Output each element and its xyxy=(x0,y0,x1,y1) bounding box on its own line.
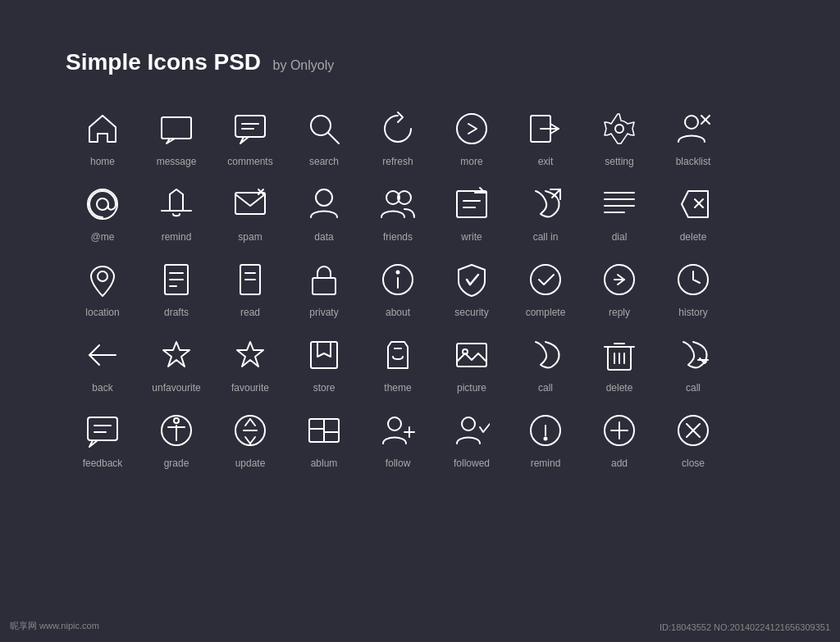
svg-point-88 xyxy=(545,438,547,440)
icon-friends: friends xyxy=(361,184,435,243)
icon-privacy: privaty xyxy=(287,259,361,318)
svg-line-79 xyxy=(250,437,255,444)
svg-rect-23 xyxy=(457,191,486,217)
icon-security: security xyxy=(435,259,509,318)
svg-point-6 xyxy=(457,114,486,143)
svg-marker-54 xyxy=(163,342,189,367)
svg-line-77 xyxy=(250,419,255,426)
svg-line-5 xyxy=(328,133,339,143)
icon-unfavourite: unfavourite xyxy=(139,335,213,394)
svg-rect-1 xyxy=(235,116,265,137)
svg-point-85 xyxy=(462,417,475,430)
main-title: Simple Icons PSD xyxy=(66,49,261,75)
icon-search: search xyxy=(287,108,361,167)
icon-store: store xyxy=(287,335,361,394)
icon-delete-trash: delete xyxy=(582,335,656,394)
icon-spam: spam xyxy=(213,184,287,243)
svg-point-71 xyxy=(174,418,179,423)
svg-point-82 xyxy=(388,417,401,430)
svg-point-49 xyxy=(531,265,560,294)
icon-setting: setting xyxy=(582,108,656,167)
icon-grade: grade xyxy=(139,410,213,469)
icon-write: write xyxy=(435,184,509,243)
svg-rect-17 xyxy=(235,193,265,214)
svg-rect-67 xyxy=(88,417,117,440)
icon-delete-key: delete xyxy=(656,184,730,243)
icon-theme: theme xyxy=(361,335,435,394)
icon-followed: followed xyxy=(435,410,509,469)
title-area: Simple Icons PSD by Onlyoly xyxy=(66,49,334,75)
svg-point-35 xyxy=(98,271,107,281)
sub-title: by Onlyoly xyxy=(273,58,335,72)
icon-call-in: call in xyxy=(509,184,582,243)
icon-close: close xyxy=(656,410,730,469)
svg-line-78 xyxy=(245,437,250,444)
icon-remind2: remind xyxy=(509,410,582,469)
icon-data: data xyxy=(287,184,361,243)
icon-refresh: refresh xyxy=(361,108,435,167)
icon-feedback: feedback xyxy=(66,410,139,469)
svg-rect-56 xyxy=(311,342,337,368)
svg-point-13 xyxy=(88,189,117,219)
svg-point-59 xyxy=(463,349,468,354)
icon-complete: complete xyxy=(509,259,582,318)
svg-marker-15 xyxy=(163,189,189,211)
icon-follow: follow xyxy=(361,410,435,469)
icon-call: call xyxy=(509,335,582,394)
icon-add: add xyxy=(582,410,656,469)
icon-atme: @me xyxy=(66,184,139,243)
icon-remind: remind xyxy=(139,184,213,243)
icon-blacklist: blacklist xyxy=(656,108,730,167)
icon-dial: dial xyxy=(582,184,656,243)
icons-grid: home message comments search refresh mor… xyxy=(66,108,730,469)
icon-update: update xyxy=(213,410,287,469)
icon-home: home xyxy=(66,108,139,167)
icon-reply: reply xyxy=(582,259,656,318)
svg-line-76 xyxy=(245,419,250,426)
svg-rect-58 xyxy=(457,344,486,367)
svg-point-20 xyxy=(316,189,332,206)
icon-history: history xyxy=(656,259,730,318)
icon-read: read xyxy=(213,259,287,318)
icon-album: ablum xyxy=(287,410,361,469)
watermark-right: ID:18043552 NO:20140224121656309351 xyxy=(660,622,830,632)
svg-rect-43 xyxy=(313,278,336,294)
icon-drafts: drafts xyxy=(139,259,213,318)
icon-call2: call xyxy=(656,335,730,394)
icon-message: message xyxy=(139,108,213,167)
svg-rect-0 xyxy=(162,117,191,139)
icon-favourite: favourite xyxy=(213,335,287,394)
svg-marker-55 xyxy=(237,342,263,367)
icon-more: more xyxy=(435,108,509,167)
svg-point-9 xyxy=(615,125,623,133)
svg-point-10 xyxy=(685,116,698,129)
icon-comments: comments xyxy=(213,108,287,167)
svg-point-14 xyxy=(97,198,108,210)
icon-exit: exit xyxy=(509,108,582,167)
watermark-left: 昵享网 www.nipic.com xyxy=(10,620,99,632)
icon-picture: picture xyxy=(435,335,509,394)
icon-about: about xyxy=(361,259,435,318)
svg-line-48 xyxy=(470,275,478,285)
icon-back: back xyxy=(66,335,139,394)
icon-location: location xyxy=(66,259,139,318)
svg-point-46 xyxy=(397,271,399,274)
